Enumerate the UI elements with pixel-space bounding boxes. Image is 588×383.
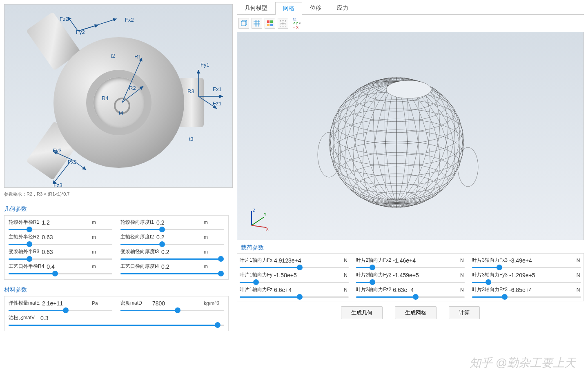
load-param-slider[interactable] [472,267,581,268]
geom-param-unit: m [204,249,224,255]
tab-2[interactable]: 位移 [302,2,329,14]
label-r4: R4 [102,95,109,101]
load-param-slider[interactable] [356,267,465,268]
load-param-value[interactable]: 6.6e+4 [274,287,341,293]
geom-param-unit: m [92,220,112,225]
load-param-slider[interactable] [240,296,349,298]
mat-param-slider[interactable] [9,325,224,326]
mat-param-value[interactable]: 7800 [152,300,201,307]
label-t3: t3 [189,136,194,142]
load-param-unit: N [343,287,349,293]
geom-param-value[interactable]: 0.2 [161,249,201,255]
load-param-slider[interactable] [472,296,581,298]
load-param-label: 叶片3轴向力Fy3 [472,272,508,278]
load-param-label: 叶片1轴向力Fz [240,286,272,293]
mat-param-value[interactable]: 2.1e+11 [42,300,89,307]
generate-mesh-button[interactable]: 生成网格 [395,306,437,319]
label-fz2: Fz2 [60,16,69,22]
label-fy2: Fy2 [76,29,85,35]
svg-rect-26 [270,24,273,26]
geom-param-slider[interactable] [9,229,112,230]
mat-param-slider[interactable] [120,310,224,311]
geom-param-unit: m [92,249,112,255]
geom-param-value[interactable]: 0.2 [156,234,201,240]
generate-geometry-button[interactable]: 生成几何 [341,306,383,319]
load-param-label: 叶片2轴向力Fx2 [356,257,392,264]
viewer-toolbar: ↑Z ↗Y ▾ →X [237,15,584,32]
label-t4: t4 [119,110,123,116]
geom-param-unit: m [92,264,112,269]
svg-point-48 [318,132,341,177]
svg-point-47 [386,80,431,98]
load-param-slider[interactable] [472,282,581,283]
svg-rect-11 [241,22,245,26]
label-fy1: Fy1 [200,62,209,68]
load-param-slider[interactable] [240,267,349,268]
mat-param-label: 弹性模量matE [9,300,40,307]
result-tabs: 几何模型网格位移应力 [237,2,584,15]
tab-0[interactable]: 几何模型 [237,2,275,14]
load-param-slider[interactable] [356,282,465,283]
load-param-value[interactable]: -6.85e+4 [509,287,574,293]
geometry-viewer[interactable]: Fz2 Fy2 Fx2 Fy1 Fx1 Fz1 Fy3 Fx3 Fz3 R1 R… [4,4,233,188]
load-param-value[interactable]: 4.9123e+4 [274,257,341,264]
geom-param-value[interactable]: 0.2 [161,263,201,270]
geom-param-unit: m [204,234,224,240]
axis-triad-icon: Z Y X [245,207,270,232]
geom-param-value[interactable]: 1.2 [42,219,89,226]
load-param-label: 叶片2轴向力Fy2 [356,272,392,278]
axis-selector[interactable]: ↑Z ↗Y ▾ →X [291,17,301,29]
view-persp-icon[interactable] [238,18,249,29]
view-grid-icon[interactable] [252,18,262,29]
geom-param-slider[interactable] [9,244,112,245]
mat-param-slider[interactable] [9,310,112,311]
geom-param-label: 工艺口径向厚度t4 [120,263,159,270]
geom-param-label: 主轴径向厚度t2 [120,234,154,240]
view-colormap-icon[interactable] [265,18,275,29]
load-param-unit: N [575,258,581,263]
load-param-slider[interactable] [356,296,465,298]
load-param-value[interactable]: -1.209e+5 [509,272,574,278]
section-title-load: 载荷参数 [241,244,584,252]
mesh-viewer[interactable]: Z Y X [237,32,584,240]
svg-rect-25 [267,24,270,26]
load-param-value[interactable]: -3.49e+4 [509,257,574,264]
geom-params-block: 轮毂外半径R1 1.2 m 轮毂径向厚度t1 0.2 m 主轴外半径R2 0.6… [4,215,229,280]
geom-param-label: 变浆轴径向厚度t3 [120,248,159,255]
load-param-unit: N [459,287,465,293]
geom-param-value[interactable]: 0.4 [47,263,89,270]
geom-param-slider[interactable] [120,244,224,245]
tab-3[interactable]: 应力 [329,2,356,14]
tab-1[interactable]: 网格 [275,2,302,15]
load-param-unit: N [459,258,465,263]
mat-param-unit: Pa [92,301,112,306]
label-fx2: Fx2 [125,17,134,23]
load-param-unit: N [575,272,581,278]
geom-param-slider[interactable] [120,258,224,260]
geom-param-value[interactable]: 0.2 [156,219,201,226]
geom-param-label: 主轴外半径R2 [9,234,39,240]
geom-param-label: 工艺口外半径R4 [9,263,44,270]
geom-param-slider[interactable] [120,229,224,230]
view-fit-icon[interactable] [278,18,288,29]
calculate-button[interactable]: 计算 [449,306,480,319]
load-param-value[interactable]: 6.63e+4 [393,287,457,293]
geom-param-slider[interactable] [9,273,112,274]
svg-text:Z: Z [253,208,255,213]
label-fz3: Fz3 [53,182,62,188]
geom-param-value[interactable]: 0.63 [42,234,89,240]
load-param-unit: N [459,272,465,278]
label-fz1: Fz1 [213,100,222,107]
load-param-value[interactable]: -1.459e+5 [393,272,457,278]
geom-param-slider[interactable] [120,273,224,274]
geom-param-value[interactable]: 0.63 [42,249,89,255]
load-param-slider[interactable] [240,282,349,283]
label-r3: R3 [187,88,194,94]
geom-param-slider[interactable] [9,258,112,260]
load-param-value[interactable]: -1.58e+5 [274,272,341,278]
mat-param-label: 密度matD [120,300,150,307]
load-param-value[interactable]: -1.46e+4 [393,257,457,264]
geom-param-unit: m [204,220,224,225]
mat-param-value[interactable]: 0.3 [40,315,201,321]
load-param-label: 叶片1轴向力Fy [240,272,272,278]
